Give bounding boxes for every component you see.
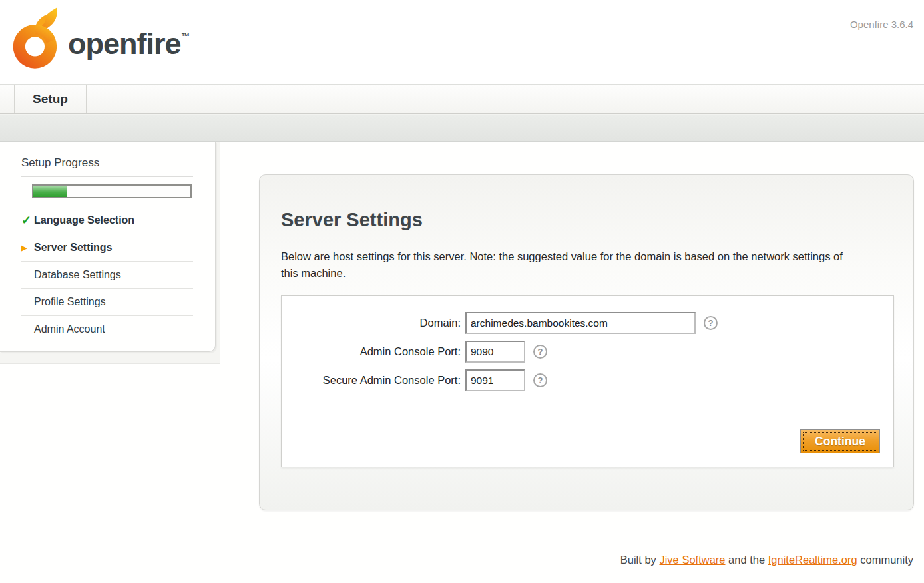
openfire-setup-page: openfire™ Openfire 3.6.4 Setup Setup Pro… (0, 0, 924, 583)
main-content-panel: Server Settings Below are host settings … (259, 174, 914, 510)
tab-bar: Setup (0, 85, 924, 114)
admin-port-help-icon[interactable]: ? (533, 345, 547, 359)
trademark-symbol: ™ (182, 31, 190, 41)
version-label: Openfire 3.6.4 (850, 19, 913, 30)
setup-steps-list: ✓ Language Selection ▶ Server Settings D… (21, 207, 193, 343)
footer-credits: Built by Jive Software and the IgniteRea… (620, 554, 913, 566)
tabbar-separator (919, 85, 919, 113)
domain-label: Domain: (282, 317, 465, 329)
step-admin-account: Admin Account (21, 316, 193, 343)
check-icon: ✓ (21, 214, 31, 226)
step-label: Profile Settings (34, 296, 106, 308)
server-settings-form: Domain: ? Admin Console Port: ? Secure A… (281, 295, 894, 467)
admin-console-port-label: Admin Console Port: (282, 345, 465, 358)
page-title: Server Settings (281, 209, 423, 231)
secure-port-row: Secure Admin Console Port: ? (282, 369, 893, 391)
continue-button-label: Continue (803, 432, 877, 451)
footer-divider (0, 546, 924, 546)
tab-setup[interactable]: Setup (14, 85, 87, 113)
igniterealtime-link[interactable]: IgniteRealtime.org (768, 554, 857, 566)
continue-button[interactable]: Continue (800, 429, 880, 453)
step-server-settings: ▶ Server Settings (21, 234, 193, 262)
domain-input[interactable] (465, 312, 696, 334)
step-database-settings: Database Settings (21, 262, 193, 289)
progress-fill (33, 186, 67, 197)
current-step-arrow-icon: ▶ (21, 244, 27, 252)
footer-suffix: community (857, 554, 913, 566)
secure-port-help-icon[interactable]: ? (533, 373, 547, 387)
footer-middle: and the (726, 554, 768, 566)
footer-prefix: Built by (620, 554, 660, 566)
sub-toolbar (0, 114, 924, 142)
step-label: Language Selection (34, 214, 134, 226)
logo-wordmark: openfire™ (68, 27, 190, 61)
step-label: Server Settings (34, 242, 112, 254)
setup-progress-title: Setup Progress (21, 156, 215, 170)
openfire-flame-logo-icon (11, 5, 65, 72)
step-label: Database Settings (34, 269, 121, 281)
admin-console-port-input[interactable] (465, 341, 525, 363)
admin-port-row: Admin Console Port: ? (282, 341, 893, 363)
divider (21, 176, 193, 177)
domain-row: Domain: ? (282, 312, 893, 334)
page-description: Below are host settings for this server.… (281, 248, 857, 282)
secure-admin-console-port-label: Secure Admin Console Port: (282, 374, 465, 387)
domain-help-icon[interactable]: ? (704, 316, 718, 330)
header: openfire™ Openfire 3.6.4 (0, 0, 924, 85)
step-language-selection: ✓ Language Selection (21, 207, 193, 234)
setup-progress-bar (32, 184, 192, 198)
setup-progress-panel: Setup Progress ✓ Language Selection ▶ Se… (0, 142, 216, 352)
step-profile-settings: Profile Settings (21, 289, 193, 316)
secure-admin-console-port-input[interactable] (465, 369, 525, 391)
step-label: Admin Account (34, 323, 105, 335)
jive-software-link[interactable]: Jive Software (659, 554, 725, 566)
